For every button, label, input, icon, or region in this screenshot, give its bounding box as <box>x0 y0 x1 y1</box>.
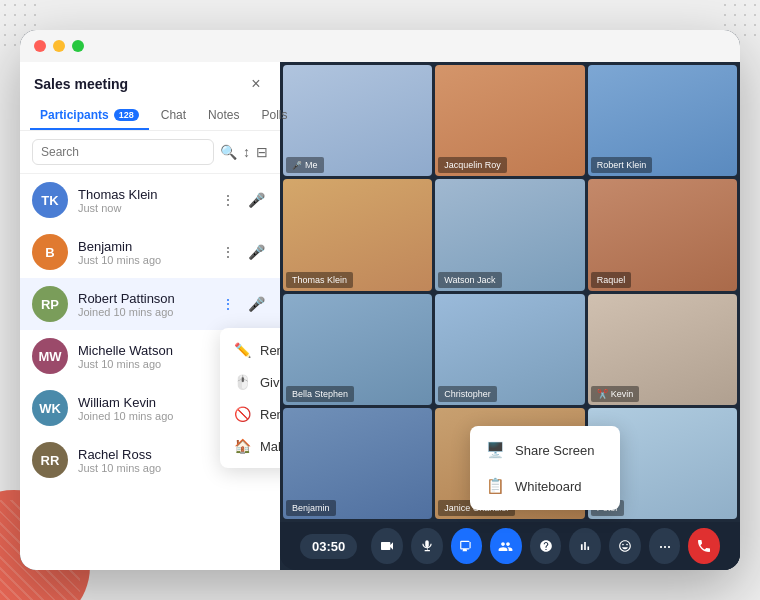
sort-icon[interactable]: ↕ <box>243 144 250 160</box>
participant-actions: ⋮ 🎤 <box>216 240 268 264</box>
control-icon: 🖱️ <box>234 374 250 390</box>
video-participant-name: Christopher <box>444 389 491 399</box>
help-button[interactable] <box>530 528 562 564</box>
video-participant-name: Jacquelin Roy <box>444 160 501 170</box>
give-control-menu-item[interactable]: 🖱️ Give control <box>220 366 280 398</box>
video-participant-name: Raquel <box>597 275 626 285</box>
close-sidebar-button[interactable]: × <box>246 74 266 94</box>
end-call-button[interactable] <box>688 528 720 564</box>
video-toggle-button[interactable] <box>371 528 403 564</box>
share-screen-label: Share Screen <box>515 443 595 458</box>
video-participant-name: Bella Stephen <box>292 389 348 399</box>
participant-status: Just now <box>78 202 206 214</box>
tab-notes[interactable]: Notes <box>198 102 249 130</box>
video-cell[interactable]: Thomas Klein <box>283 179 432 290</box>
share-screen-button[interactable]: 🖥️ Share Screen <box>470 432 620 468</box>
more-options-button[interactable]: ⋮ <box>216 188 240 212</box>
tab-polls-label: Polls <box>261 108 287 122</box>
participant-name: Michelle Watson <box>78 343 206 358</box>
tab-participants-label: Participants <box>40 108 109 122</box>
whiteboard-label: Whiteboard <box>515 479 581 494</box>
list-item[interactable]: TK Thomas Klein Just now ⋮ 🎤 <box>20 174 280 226</box>
video-participant-name: Thomas Klein <box>292 275 347 285</box>
video-cell[interactable]: Benjamin <box>283 408 432 519</box>
video-cell[interactable]: Raquel <box>588 179 737 290</box>
video-participant-name: Watson Jack <box>444 275 495 285</box>
window-close-dot[interactable] <box>34 40 46 52</box>
rename-menu-item[interactable]: ✏️ Rename <box>220 334 280 366</box>
list-item[interactable]: B Benjamin Just 10 mins ago ⋮ 🎤 <box>20 226 280 278</box>
remove-icon: 🚫 <box>234 406 250 422</box>
video-name-tag: Raquel <box>591 272 632 288</box>
main-area: Sales meeting × Participants 128 Chat No… <box>20 62 740 570</box>
video-participant-name: Benjamin <box>292 503 330 513</box>
title-bar <box>20 30 740 62</box>
sidebar-tabs: Participants 128 Chat Notes Polls <box>20 94 280 131</box>
avatar: RP <box>32 286 68 322</box>
sidebar-title: Sales meeting <box>34 76 128 92</box>
video-cell[interactable]: Christopher <box>435 294 584 405</box>
remove-participant-menu-item[interactable]: 🚫 Remove participant <box>220 398 280 430</box>
participant-info: Michelle Watson Just 10 mins ago <box>78 343 206 370</box>
participant-name: Rachel Ross <box>78 447 206 462</box>
more-options-button[interactable]: ⋮ <box>216 240 240 264</box>
rename-label: Rename <box>260 343 280 358</box>
tab-chat[interactable]: Chat <box>151 102 196 130</box>
filter-icon[interactable]: ⊟ <box>256 144 268 160</box>
avatar: B <box>32 234 68 270</box>
whiteboard-button[interactable]: 📋 Whiteboard <box>470 468 620 504</box>
sidebar: Sales meeting × Participants 128 Chat No… <box>20 62 280 570</box>
mute-button[interactable]: 🎤 <box>244 188 268 212</box>
participant-info: Benjamin Just 10 mins ago <box>78 239 206 266</box>
video-cell[interactable]: Robert Klein <box>588 65 737 176</box>
participant-name: William Kevin <box>78 395 206 410</box>
participant-status: Just 10 mins ago <box>78 462 206 474</box>
video-name-tag: Jacquelin Roy <box>438 157 507 173</box>
stats-button[interactable] <box>569 528 601 564</box>
mute-button[interactable]: 🎤 <box>244 240 268 264</box>
ellipsis-icon: ··· <box>659 536 671 557</box>
cohost-label: Make Co-Host <box>260 439 280 454</box>
tab-notes-label: Notes <box>208 108 239 122</box>
share-screen-toolbar-button[interactable] <box>451 528 483 564</box>
video-name-tag: Christopher <box>438 386 497 402</box>
screen-share-icon: 🖥️ <box>486 441 505 459</box>
participant-status: Just 10 mins ago <box>78 254 206 266</box>
app-window: Sales meeting × Participants 128 Chat No… <box>20 30 740 570</box>
make-cohost-menu-item[interactable]: 🏠 Make Co-Host <box>220 430 280 462</box>
participants-toolbar-button[interactable] <box>490 528 522 564</box>
mic-off-icon: 🎤 <box>292 161 302 170</box>
call-timer: 03:50 <box>300 534 357 559</box>
tab-chat-label: Chat <box>161 108 186 122</box>
video-name-tag: 🎤 Me <box>286 157 324 173</box>
video-cell[interactable]: Watson Jack <box>435 179 584 290</box>
video-name-tag: Robert Klein <box>591 157 653 173</box>
video-name-tag: Watson Jack <box>438 272 501 288</box>
search-bar: 🔍 ↕ ⊟ <box>20 131 280 174</box>
video-cell[interactable]: Jacquelin Roy <box>435 65 584 176</box>
search-icon[interactable]: 🔍 <box>220 144 237 160</box>
list-item[interactable]: RP Robert Pattinson Joined 10 mins ago ⋮… <box>20 278 280 330</box>
participant-status: Joined 10 mins ago <box>78 306 206 318</box>
video-cell[interactable]: 🎤 Me <box>283 65 432 176</box>
video-participant-name: Robert Klein <box>597 160 647 170</box>
participant-name: Benjamin <box>78 239 206 254</box>
video-cell[interactable]: ✂️ Kevin <box>588 294 737 405</box>
participant-info: Rachel Ross Just 10 mins ago <box>78 447 206 474</box>
tab-polls[interactable]: Polls <box>251 102 297 130</box>
mic-toggle-button[interactable] <box>411 528 443 564</box>
participant-info: Thomas Klein Just now <box>78 187 206 214</box>
window-maximize-dot[interactable] <box>72 40 84 52</box>
give-control-label: Give control <box>260 375 280 390</box>
video-cell[interactable]: Bella Stephen <box>283 294 432 405</box>
search-input[interactable] <box>32 139 214 165</box>
more-options-toolbar-button[interactable]: ··· <box>649 528 681 564</box>
remove-label: Remove participant <box>260 407 280 422</box>
video-area: 🎤 Me Jacquelin Roy Robert Klein <box>280 62 740 570</box>
avatar: MW <box>32 338 68 374</box>
reactions-button[interactable] <box>609 528 641 564</box>
window-minimize-dot[interactable] <box>53 40 65 52</box>
more-options-button[interactable]: ⋮ <box>216 292 240 316</box>
tab-participants[interactable]: Participants 128 <box>30 102 149 130</box>
mute-button[interactable]: 🎤 <box>244 292 268 316</box>
